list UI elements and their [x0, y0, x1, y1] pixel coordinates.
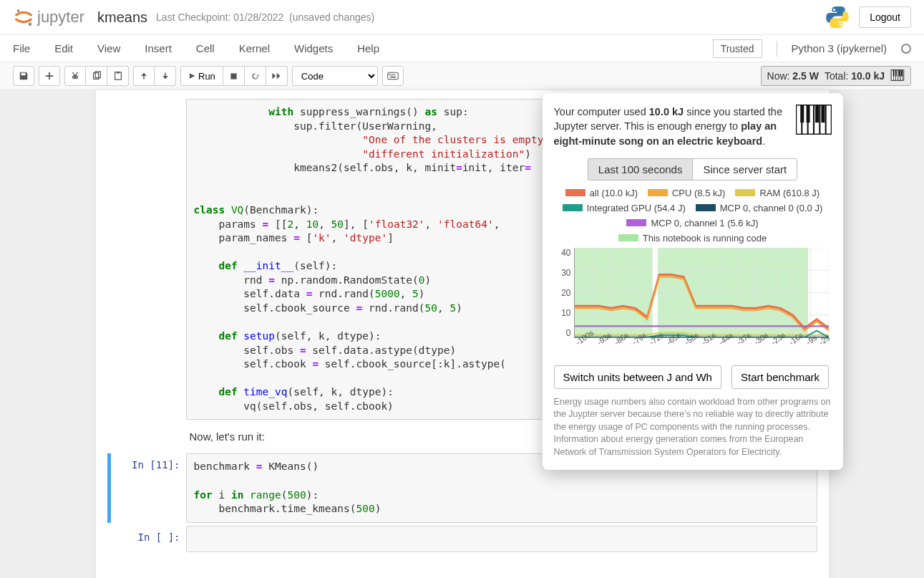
logo-text: jupyter [37, 8, 84, 27]
svg-point-3 [840, 24, 842, 26]
cell-prompt: In [11]: [111, 453, 186, 522]
code-cell-empty[interactable]: In [ ]: [107, 526, 817, 553]
svg-rect-7 [117, 72, 120, 74]
stop-button[interactable] [223, 66, 245, 86]
header: jupyter kmeans Last Checkpoint: 01/28/20… [0, 0, 924, 35]
kernel-separator [777, 41, 777, 57]
trusted-badge[interactable]: Trusted [713, 39, 762, 58]
legend-item[interactable]: all (10.0 kJ) [565, 188, 638, 198]
svg-rect-21 [893, 69, 895, 76]
piano-icon [890, 69, 905, 83]
svg-point-0 [17, 9, 20, 12]
tab-last-100s[interactable]: Last 100 seconds [588, 158, 693, 180]
kernel-name[interactable]: Python 3 (ipykernel) [792, 42, 887, 54]
toolbar: Run Code Now: 2.5 W Total: 10.0 kJ [0, 62, 924, 90]
svg-rect-14 [390, 77, 396, 78]
menu-edit[interactable]: Edit [54, 42, 73, 54]
legend-item[interactable]: MCP 0, channel 1 (5.6 kJ) [626, 218, 758, 228]
legend-item[interactable]: This notebook is running code [618, 233, 767, 244]
run-button[interactable]: Run [180, 66, 223, 86]
menubar: File Edit View Insert Cell Kernel Widget… [0, 35, 924, 62]
cell-prompt [107, 99, 186, 420]
kernel-status-icon [901, 44, 911, 54]
svg-point-2 [833, 9, 835, 11]
switch-units-button[interactable]: Switch units between J and Wh [554, 365, 721, 389]
piano-icon [796, 105, 832, 137]
svg-rect-12 [392, 74, 394, 76]
start-benchmark-button[interactable]: Start benchmark [731, 365, 829, 389]
popup-footer: Energy usage numbers also contain worklo… [554, 396, 832, 459]
energy-chart: 403020100 -100s-93s-86s-79s-72s-65s-58s-… [554, 248, 832, 355]
legend-item[interactable]: MCP 0, channel 0 (0.0 J) [696, 203, 823, 213]
svg-rect-31 [800, 105, 804, 122]
paste-button[interactable] [107, 66, 129, 86]
svg-rect-23 [899, 69, 900, 76]
cell-prompt: In [ ]: [107, 526, 186, 553]
svg-rect-33 [815, 105, 819, 122]
restart-button[interactable] [245, 66, 266, 86]
jupyter-logo[interactable]: jupyter [13, 6, 84, 28]
popup-tabs: Last 100 seconds Since server start [554, 158, 832, 180]
tab-since-start[interactable]: Since server start [692, 158, 797, 180]
popup-summary: Your computer used 10.0 kJ since you sta… [554, 105, 787, 148]
energy-status[interactable]: Now: 2.5 W Total: 10.0 kJ [761, 66, 911, 86]
cut-button[interactable] [64, 66, 86, 86]
svg-rect-11 [391, 74, 392, 76]
move-up-button[interactable] [133, 66, 155, 86]
legend-item[interactable]: RAM (610.8 J) [735, 188, 820, 198]
svg-rect-9 [388, 72, 398, 80]
legend-item[interactable]: Integrated GPU (54.4 J) [563, 203, 686, 213]
checkpoint-text: Last Checkpoint: 01/28/2022 (unsaved cha… [156, 11, 374, 23]
menu-widgets[interactable]: Widgets [294, 42, 333, 54]
notebook: with suppress_warnings() as sup: sup.fil… [96, 90, 829, 578]
chart-legend: all (10.0 kJ)CPU (8.5 kJ)RAM (610.8 J)In… [554, 188, 832, 244]
svg-rect-24 [901, 69, 903, 76]
menu-insert[interactable]: Insert [145, 42, 172, 54]
energy-popup: Your computer used 10.0 kJ since you sta… [543, 93, 843, 470]
notebook-title[interactable]: kmeans [97, 9, 147, 26]
menu-view[interactable]: View [97, 42, 120, 54]
logout-button[interactable]: Logout [859, 6, 911, 28]
svg-rect-32 [806, 105, 809, 122]
add-cell-button[interactable] [39, 66, 60, 86]
jupyter-logo-icon [13, 6, 34, 28]
move-down-button[interactable] [155, 66, 176, 86]
command-palette-button[interactable] [382, 66, 404, 86]
svg-rect-10 [389, 74, 390, 76]
save-button[interactable] [13, 66, 34, 86]
fast-forward-button[interactable] [266, 66, 288, 86]
menu-help[interactable]: Help [357, 42, 379, 54]
menu-file[interactable]: File [13, 42, 30, 54]
markdown-text: Now, let's run it: [190, 430, 265, 443]
legend-item[interactable]: CPU (8.5 kJ) [648, 188, 725, 198]
svg-rect-8 [230, 73, 236, 79]
cell-prompt [107, 423, 186, 451]
copy-button[interactable] [86, 66, 107, 86]
svg-rect-13 [394, 74, 395, 76]
code-editor[interactable] [187, 526, 817, 552]
svg-rect-22 [895, 69, 897, 76]
python-logo-icon [825, 4, 850, 30]
menu-cell[interactable]: Cell [196, 42, 215, 54]
svg-point-1 [29, 23, 32, 27]
menu-items: File Edit View Insert Cell Kernel Widget… [13, 42, 379, 54]
cell-type-select[interactable]: Code [292, 66, 378, 86]
svg-rect-34 [821, 105, 825, 122]
menu-kernel[interactable]: Kernel [239, 42, 270, 54]
